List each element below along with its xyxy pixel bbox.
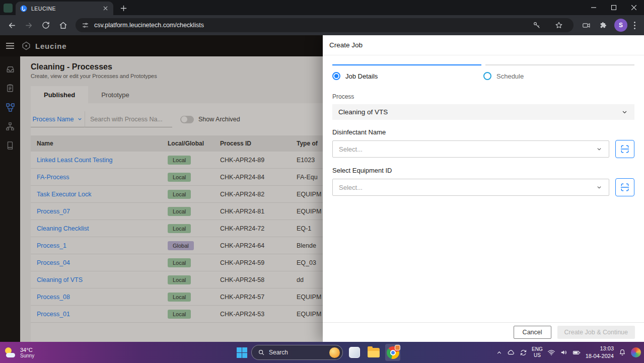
drawer-title: Create Job — [323, 35, 644, 55]
key-icon[interactable] — [530, 18, 544, 32]
taskbar-clock[interactable]: 13:03 18-04-2024 — [586, 345, 614, 360]
browser-tab-bar: LEUCINE — [0, 0, 644, 15]
browser-corner-icon[interactable] — [4, 4, 13, 13]
taskbar: 34°C Sunny Search — [0, 342, 644, 363]
cancel-button[interactable]: Cancel — [514, 326, 551, 339]
step-bar-active — [332, 64, 481, 65]
system-tray: ENG US 13:03 18-04-2024 — [496, 342, 641, 363]
language-bottom: US — [532, 352, 543, 359]
chrome-icon[interactable] — [385, 344, 400, 361]
clock-time: 13:03 — [586, 345, 614, 352]
star-icon[interactable] — [552, 18, 566, 32]
battery-icon[interactable] — [573, 348, 581, 357]
taskbar-search[interactable]: Search — [251, 345, 343, 360]
language-top: ENG — [532, 346, 543, 353]
equipment-select-placeholder: Select... — [339, 184, 363, 191]
radio-unselected-icon — [483, 72, 491, 80]
cloud-icon[interactable] — [507, 348, 515, 356]
radio-selected-icon — [332, 72, 340, 80]
disinfectant-scan-button[interactable] — [615, 140, 634, 158]
weather-condition: Sunny — [20, 353, 34, 358]
disinfectant-field-row: Select... — [332, 140, 634, 158]
clock-date: 18-04-2024 — [586, 352, 614, 360]
tray-expand-icon[interactable] — [496, 349, 503, 356]
disinfectant-select[interactable]: Select... — [332, 140, 609, 158]
extensions-icon[interactable] — [596, 18, 610, 32]
drawer-body: Job Details Schedule Process Cleaning of… — [323, 55, 644, 322]
tab-title: LEUCINE — [31, 6, 98, 12]
search-weather-icon — [329, 347, 340, 358]
bell-icon[interactable] — [618, 348, 626, 356]
wifi-icon[interactable] — [547, 348, 555, 356]
equipment-scan-button[interactable] — [615, 178, 634, 196]
radio-job-details[interactable]: Job Details — [332, 72, 483, 80]
url-text[interactable]: csv.platform.leucinetech.com/checklists — [94, 22, 523, 29]
browser-toolbar: csv.platform.leucinetech.com/checklists … — [0, 15, 644, 35]
camera-icon[interactable] — [579, 18, 593, 32]
new-tab-button[interactable] — [117, 2, 130, 15]
browser-tab[interactable]: LEUCINE — [16, 2, 113, 15]
profile-avatar[interactable]: S — [614, 19, 627, 32]
taskbar-center: Search — [237, 342, 400, 363]
sync-icon[interactable] — [520, 349, 527, 356]
volume-icon[interactable] — [560, 348, 568, 356]
create-job-continue-button[interactable]: Create Job & Continue — [557, 326, 635, 339]
step-indicator — [332, 64, 634, 65]
weather-temp: 34°C — [20, 347, 34, 353]
file-explorer-icon[interactable] — [366, 344, 381, 361]
equipment-select[interactable]: Select... — [332, 179, 609, 196]
more-menu-icon[interactable] — [630, 18, 639, 32]
radio-job-details-label: Job Details — [345, 72, 378, 80]
maximize-button[interactable] — [604, 0, 624, 15]
chevron-down-icon — [596, 184, 603, 191]
disinfectant-field-label: Disinfectant Name — [332, 128, 634, 136]
close-button[interactable] — [624, 0, 644, 15]
process-field-label: Process — [332, 93, 634, 100]
site-settings-icon[interactable] — [82, 22, 89, 29]
radio-schedule-label: Schedule — [496, 72, 524, 80]
radio-schedule[interactable]: Schedule — [483, 72, 634, 80]
chevron-down-icon — [596, 146, 603, 153]
windows-start-icon[interactable] — [237, 347, 247, 358]
weather-widget[interactable]: 34°C Sunny — [4, 342, 34, 363]
scan-icon — [620, 144, 630, 154]
search-icon — [258, 349, 265, 356]
step-radios: Job Details Schedule — [332, 72, 634, 80]
pinned-app-icon[interactable] — [347, 344, 362, 361]
equipment-field-row: Select... — [332, 178, 634, 196]
forward-icon[interactable] — [21, 18, 36, 33]
tab-close-icon[interactable] — [102, 5, 109, 12]
language-switcher[interactable]: ENG US — [532, 346, 543, 359]
chrome-notification-badge — [395, 345, 400, 350]
screen: LEUCINE — [0, 0, 644, 363]
address-bar[interactable]: csv.platform.leucinetech.com/checklists — [76, 18, 574, 32]
drawer-footer: Cancel Create Job & Continue — [323, 322, 644, 342]
create-job-drawer: Create Job Job Details Schedule — [323, 35, 644, 342]
app-window: Leucine Cleaning - Processes Create, vie… — [0, 35, 644, 342]
process-select[interactable]: Cleaning of VTS — [332, 104, 634, 120]
process-select-value: Cleaning of VTS — [338, 108, 388, 116]
tray-colorful-icon[interactable] — [631, 347, 641, 357]
disinfectant-select-placeholder: Select... — [339, 146, 363, 153]
search-label: Search — [269, 349, 325, 356]
back-icon[interactable] — [4, 18, 19, 33]
weather-icon — [4, 347, 16, 358]
minimize-button[interactable] — [584, 0, 604, 15]
equipment-field-label: Select Equipment ID — [332, 167, 634, 174]
chevron-down-icon — [621, 108, 628, 116]
step-bar-inactive — [485, 64, 634, 65]
tab-favicon-icon — [20, 5, 27, 12]
scan-icon — [620, 182, 630, 192]
refresh-icon[interactable] — [38, 18, 53, 33]
home-icon[interactable] — [55, 18, 70, 33]
